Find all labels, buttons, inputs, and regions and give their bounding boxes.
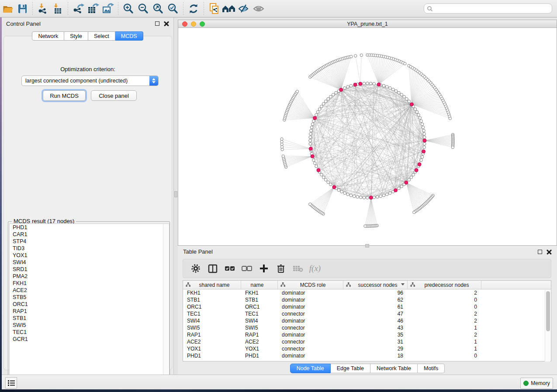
mcds-result-list[interactable]: PHD1CAR1STP4TID3YOX1SWI4SRD1PMA2FKH1ACE2… bbox=[9, 224, 170, 383]
tab-network-table[interactable]: Network Table bbox=[370, 364, 418, 373]
ring-node[interactable] bbox=[373, 196, 376, 199]
search-input[interactable] bbox=[433, 5, 549, 12]
ring-node[interactable] bbox=[405, 97, 408, 100]
refresh-button[interactable] bbox=[186, 2, 201, 16]
hide-selected-button[interactable] bbox=[236, 2, 251, 16]
mcds-hub-node[interactable] bbox=[317, 168, 320, 172]
show-all-button[interactable] bbox=[251, 2, 266, 16]
leaf-node[interactable] bbox=[354, 55, 357, 57]
ring-node[interactable] bbox=[398, 91, 401, 94]
ring-node[interactable] bbox=[309, 132, 312, 135]
run-mcds-button[interactable]: Run MCDS bbox=[43, 90, 86, 101]
mcds-hub-node[interactable] bbox=[423, 139, 426, 142]
ring-node[interactable] bbox=[386, 86, 389, 89]
ring-node[interactable] bbox=[327, 181, 330, 184]
ring-node[interactable] bbox=[408, 100, 411, 103]
mcds-hub-node[interactable] bbox=[377, 83, 381, 86]
ring-node[interactable] bbox=[359, 196, 362, 199]
leaf-node[interactable] bbox=[364, 225, 367, 227]
mcds-result-item[interactable]: SWI4 bbox=[10, 259, 169, 266]
column-header-name[interactable]: name bbox=[241, 281, 278, 289]
ring-node[interactable] bbox=[349, 84, 353, 87]
table-row[interactable]: RAP1RAP1dominator352 bbox=[183, 331, 551, 338]
mcds-result-item[interactable]: PHD1 bbox=[10, 224, 169, 231]
ring-node[interactable] bbox=[318, 108, 321, 111]
ring-node[interactable] bbox=[315, 165, 318, 168]
zoom-out-button[interactable] bbox=[136, 2, 151, 16]
ring-node[interactable] bbox=[423, 132, 426, 135]
ring-node[interactable] bbox=[324, 100, 327, 103]
mcds-hub-node[interactable] bbox=[332, 186, 336, 189]
leaf-node[interactable] bbox=[349, 55, 352, 58]
ring-node[interactable] bbox=[423, 142, 426, 145]
mcds-result-item[interactable]: SWI5 bbox=[10, 322, 169, 329]
ring-node[interactable] bbox=[309, 139, 312, 142]
table-row[interactable]: SWI5SWI5connector431 bbox=[183, 324, 551, 331]
ring-node[interactable] bbox=[373, 83, 376, 86]
ring-node[interactable] bbox=[322, 102, 325, 105]
table-row[interactable]: FKH1FKH1dominator962 bbox=[183, 289, 551, 296]
ring-node[interactable] bbox=[363, 82, 366, 85]
mcds-hub-node[interactable] bbox=[415, 168, 418, 172]
mcds-hub-node[interactable] bbox=[394, 189, 398, 192]
ring-node[interactable] bbox=[312, 159, 315, 162]
ring-node[interactable] bbox=[403, 95, 406, 98]
ring-node[interactable] bbox=[382, 84, 385, 87]
ring-node[interactable] bbox=[329, 183, 332, 186]
ring-node[interactable] bbox=[394, 89, 398, 93]
ring-node[interactable] bbox=[412, 173, 415, 176]
ring-node[interactable] bbox=[415, 110, 419, 113]
leaf-node[interactable] bbox=[281, 148, 284, 151]
leaf-node[interactable] bbox=[404, 62, 406, 65]
close-table-panel-icon[interactable] bbox=[547, 249, 552, 254]
import-network-button[interactable] bbox=[35, 2, 50, 16]
mcds-hub-node[interactable] bbox=[313, 116, 317, 120]
ring-node[interactable] bbox=[366, 196, 369, 199]
ring-node[interactable] bbox=[423, 146, 426, 149]
mcds-hub-node[interactable] bbox=[418, 163, 421, 166]
open-session-button[interactable] bbox=[0, 2, 15, 16]
mcds-result-item[interactable]: FKH1 bbox=[10, 280, 169, 287]
ring-node[interactable] bbox=[391, 88, 394, 91]
ring-node[interactable] bbox=[389, 86, 392, 89]
deselect-all-button[interactable] bbox=[239, 261, 254, 276]
mcds-result-item[interactable]: TID3 bbox=[10, 245, 169, 252]
leaf-node[interactable] bbox=[280, 140, 283, 143]
clone-network-button[interactable] bbox=[207, 2, 221, 16]
ring-node[interactable] bbox=[408, 179, 411, 182]
mcds-hub-node[interactable] bbox=[369, 196, 373, 199]
ring-node[interactable] bbox=[419, 117, 422, 120]
tab-select[interactable]: Select bbox=[88, 31, 115, 41]
network-window-titlebar[interactable]: YPA_prune.txt_1 bbox=[178, 20, 557, 28]
ring-node[interactable] bbox=[369, 82, 372, 85]
export-network-button[interactable] bbox=[71, 2, 86, 16]
ring-node[interactable] bbox=[349, 194, 353, 197]
column-header-successor-nodes[interactable]: successor nodes bbox=[343, 281, 408, 289]
table-row[interactable]: ACE2ACE2connector311 bbox=[183, 338, 551, 345]
select-all-button[interactable] bbox=[222, 261, 237, 276]
sort-indicator-icon[interactable] bbox=[401, 283, 405, 285]
mcds-result-item[interactable]: STP4 bbox=[10, 238, 169, 245]
mcds-result-item[interactable]: SRD1 bbox=[10, 266, 169, 273]
mcds-hub-node[interactable] bbox=[359, 82, 362, 86]
table-scrollbar[interactable] bbox=[545, 290, 550, 361]
leaf-node[interactable] bbox=[296, 90, 298, 93]
mcds-hub-node[interactable] bbox=[309, 147, 312, 151]
ring-node[interactable] bbox=[312, 120, 315, 123]
ring-node[interactable] bbox=[316, 110, 319, 113]
leaf-node[interactable] bbox=[451, 146, 454, 148]
ring-node[interactable] bbox=[410, 176, 413, 179]
mcds-hub-node[interactable] bbox=[311, 155, 314, 158]
zoom-fit-button[interactable] bbox=[151, 2, 166, 16]
ring-node[interactable] bbox=[400, 93, 403, 96]
search-field[interactable] bbox=[424, 3, 552, 14]
ring-node[interactable] bbox=[346, 193, 349, 196]
ring-node[interactable] bbox=[356, 196, 359, 199]
mcds-result-item[interactable]: STB5 bbox=[10, 294, 169, 301]
zoom-selected-button[interactable] bbox=[166, 2, 180, 16]
column-header-shared-name[interactable]: shared name bbox=[183, 281, 241, 289]
ring-node[interactable] bbox=[382, 194, 385, 197]
ring-node[interactable] bbox=[340, 190, 343, 193]
close-panel-button[interactable]: Close panel bbox=[91, 90, 137, 101]
ring-node[interactable] bbox=[309, 142, 312, 145]
